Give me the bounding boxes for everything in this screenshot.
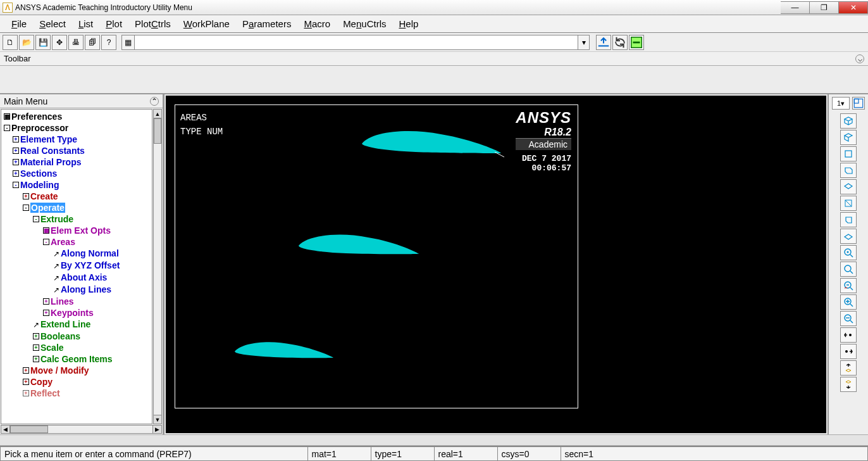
tree-create[interactable]: +Create bbox=[1, 191, 152, 202]
menu-file[interactable]: File bbox=[5, 17, 33, 30]
help-button[interactable]: ? bbox=[101, 35, 116, 50]
menu-plot[interactable]: Plot bbox=[99, 17, 128, 30]
view-oblique-button[interactable] bbox=[840, 130, 857, 145]
pan-button[interactable]: ✥ bbox=[52, 35, 67, 50]
report-button[interactable]: 🗐 bbox=[85, 35, 100, 50]
tree-operate[interactable]: -Operate bbox=[1, 202, 152, 213]
main-menu-header: Main Menu ⌃ bbox=[0, 94, 163, 108]
svg-point-18 bbox=[845, 350, 848, 353]
menu-menuctrls[interactable]: MenuCtrls bbox=[337, 17, 392, 30]
tree-reflect[interactable]: +Reflect bbox=[1, 388, 152, 399]
rotate-right-button[interactable] bbox=[840, 344, 857, 359]
zoom-back-button[interactable] bbox=[840, 278, 857, 293]
close-button[interactable]: ✕ bbox=[839, 1, 868, 14]
rotate-left-button[interactable] bbox=[840, 327, 857, 343]
right-toolbar: 1▾ bbox=[828, 94, 868, 434]
view-front-button[interactable] bbox=[840, 146, 857, 161]
tree-real-constants[interactable]: +Real Constants bbox=[1, 145, 152, 156]
zoom-in-button[interactable] bbox=[840, 294, 857, 310]
tree-horizontal-scrollbar[interactable]: ◀ ▶ bbox=[1, 425, 162, 434]
scroll-left-icon[interactable]: ◀ bbox=[1, 426, 10, 433]
viewport-academic: Academic bbox=[516, 138, 571, 150]
scroll-up-icon[interactable]: ▲ bbox=[154, 110, 161, 118]
rotate-down-button[interactable] bbox=[840, 377, 857, 392]
svg-line-14 bbox=[850, 304, 853, 306]
hscroll-thumb[interactable] bbox=[10, 426, 48, 433]
tree-preferences[interactable]: ▦Preferences bbox=[1, 111, 152, 122]
zoom-out-button[interactable] bbox=[840, 311, 857, 326]
view-left-button[interactable] bbox=[840, 212, 857, 227]
tree-vertical-scrollbar[interactable]: ▲ ▼ bbox=[153, 109, 162, 424]
status-type: type=1 bbox=[371, 446, 434, 461]
command-prefix-icon[interactable]: ▦ bbox=[122, 35, 135, 49]
view-top-button[interactable] bbox=[840, 179, 857, 194]
left-panel: Main Menu ⌃ ▦Preferences -Preprocessor +… bbox=[0, 94, 164, 434]
menu-workplane[interactable]: WorkPlane bbox=[177, 17, 236, 30]
command-dropdown[interactable]: ▾ bbox=[578, 35, 589, 49]
airfoil-shape-3 bbox=[232, 339, 337, 363]
tree-calc-geom[interactable]: +Calc Geom Items bbox=[1, 353, 152, 365]
svg-point-17 bbox=[849, 334, 852, 336]
tree-element-type[interactable]: +Element Type bbox=[1, 134, 152, 145]
window-layout-button[interactable] bbox=[852, 97, 865, 110]
tree-about-axis[interactable]: ↗About Axis bbox=[1, 272, 152, 284]
menu-list[interactable]: List bbox=[72, 17, 99, 30]
save-button[interactable]: 💾 bbox=[35, 35, 51, 50]
raise-hidden-button[interactable] bbox=[596, 35, 611, 50]
print-button[interactable]: 🖶 bbox=[68, 35, 84, 50]
maximize-button[interactable]: ❐ bbox=[810, 1, 839, 14]
zoom-fit-button[interactable] bbox=[840, 245, 857, 260]
status-bar: Pick a menu item or enter a command (PRE… bbox=[0, 446, 868, 461]
view-right-button[interactable] bbox=[840, 163, 857, 178]
tree-scale[interactable]: +Scale bbox=[1, 342, 152, 353]
main-menu-collapse-icon[interactable]: ⌃ bbox=[150, 97, 159, 106]
tree-sections[interactable]: +Sections bbox=[1, 168, 152, 179]
main-menu-title: Main Menu bbox=[4, 96, 47, 106]
menu-plotctrls[interactable]: PlotCtrls bbox=[128, 17, 177, 30]
tree-by-xyz-offset[interactable]: ↗By XYZ Offset bbox=[1, 260, 152, 272]
tree-keypoints[interactable]: +Keypoints bbox=[1, 307, 152, 319]
view-back-button[interactable] bbox=[840, 196, 857, 211]
view-bottom-button[interactable] bbox=[840, 229, 857, 244]
new-button[interactable]: 🗋 bbox=[3, 35, 18, 50]
toolbar-label: Toolbar bbox=[4, 54, 31, 63]
scroll-thumb[interactable] bbox=[154, 118, 161, 144]
tree-areas[interactable]: -Areas bbox=[1, 236, 152, 248]
svg-line-6 bbox=[845, 200, 852, 206]
tree-lines[interactable]: +Lines bbox=[1, 296, 152, 307]
scroll-down-icon[interactable]: ▼ bbox=[154, 415, 161, 424]
toolbar-collapse-icon[interactable]: ⌵ bbox=[855, 54, 864, 63]
contact-manager-button[interactable] bbox=[629, 35, 644, 50]
zoom-box-button[interactable] bbox=[840, 262, 857, 277]
menu-parameters[interactable]: Parameters bbox=[236, 17, 298, 30]
graphics-viewport[interactable]: AREAS TYPE NUM ANSYS R18.2 Academic DEC … bbox=[166, 96, 826, 433]
rotate-up-button[interactable] bbox=[840, 360, 857, 376]
scroll-right-icon[interactable]: ▶ bbox=[152, 426, 161, 433]
tree-along-normal[interactable]: ↗Along Normal bbox=[1, 248, 152, 260]
svg-rect-4 bbox=[845, 151, 852, 157]
menu-help[interactable]: Help bbox=[392, 17, 425, 30]
open-button[interactable]: 📂 bbox=[19, 35, 34, 50]
viewport-border: AREAS TYPE NUM ANSYS R18.2 Academic DEC … bbox=[175, 104, 578, 408]
tree-modeling[interactable]: -Modeling bbox=[1, 179, 152, 191]
command-input[interactable] bbox=[135, 35, 578, 49]
tree-along-lines[interactable]: ↗Along Lines bbox=[1, 284, 152, 296]
tree-extend-line[interactable]: ↗Extend Line bbox=[1, 319, 152, 331]
airfoil-shape-1 bbox=[359, 128, 504, 160]
viewport-label-areas: AREAS bbox=[180, 113, 207, 123]
tree-preprocessor[interactable]: -Preprocessor bbox=[1, 122, 152, 134]
viewport-version: R18.2 bbox=[516, 127, 571, 138]
viewport-brand-block: ANSYS R18.2 Academic DEC 7 2017 00:06:57 bbox=[516, 109, 571, 173]
minimize-button[interactable]: — bbox=[781, 1, 810, 14]
tree-copy[interactable]: +Copy bbox=[1, 376, 152, 388]
tree-booleans[interactable]: +Booleans bbox=[1, 331, 152, 342]
tree-extrude[interactable]: -Extrude bbox=[1, 213, 152, 225]
tree-material-props[interactable]: +Material Props bbox=[1, 156, 152, 168]
tree-elem-ext-opts[interactable]: ▦Elem Ext Opts bbox=[1, 225, 152, 236]
tree-move-modify[interactable]: +Move / Modify bbox=[1, 365, 152, 376]
window-number-dropdown[interactable]: 1▾ bbox=[832, 97, 850, 110]
menu-select[interactable]: Select bbox=[33, 17, 72, 30]
view-iso-button[interactable] bbox=[840, 113, 857, 129]
menu-macro[interactable]: Macro bbox=[297, 17, 337, 30]
reset-picking-button[interactable] bbox=[612, 35, 628, 50]
